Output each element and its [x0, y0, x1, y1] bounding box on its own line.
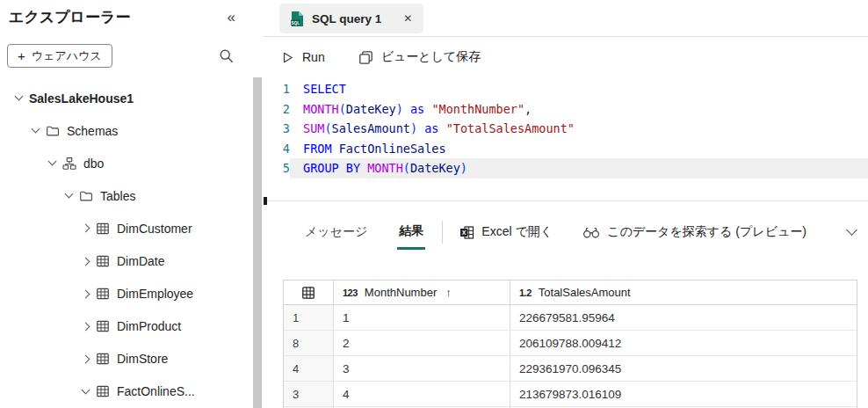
chevron-right-icon[interactable] — [82, 354, 90, 363]
column-header-totalsalesamount[interactable]: 1.2 TotalSalesAmount — [510, 280, 857, 304]
select-all-cells-button[interactable] — [284, 280, 334, 304]
grid-header-row: 123 MonthNumber ↑ 1.2 TotalSalesAmount — [284, 280, 857, 305]
cell-totalsalesamount: 229361970.096345 — [510, 356, 857, 381]
tree-item-dimcustomer[interactable]: DimCustomer — [0, 212, 251, 244]
code-line-3: 3 SUM(SalesAmount) as "TotalSalesAmount" — [264, 119, 868, 139]
play-icon — [281, 51, 294, 64]
toolbar-divider — [442, 221, 443, 244]
save-as-view-button[interactable]: ビューとして保存 — [358, 49, 481, 65]
results-grid: 123 MonthNumber ↑ 1.2 TotalSalesAmount 1… — [283, 280, 857, 408]
run-button[interactable]: Run — [281, 50, 325, 64]
cell-monthnumber: 2 — [334, 331, 510, 355]
binoculars-icon — [582, 225, 600, 239]
tree-item-dimdate[interactable]: DimDate — [0, 244, 251, 277]
row-index: 8 — [284, 331, 334, 355]
tab-title: SQL query 1 — [312, 12, 381, 26]
cell-monthnumber: 4 — [334, 382, 510, 406]
sidebar-scrollbar[interactable] — [252, 0, 263, 408]
grid-icon — [301, 286, 315, 300]
chevron-down-icon[interactable] — [82, 385, 90, 394]
explorer-actions: + ウェアハウス — [7, 44, 242, 68]
chevron-right-icon[interactable] — [82, 322, 90, 331]
tree-item-factonlinesales[interactable]: FactOnlineS... — [0, 375, 251, 408]
table-icon — [96, 222, 110, 236]
cell-totalsalesamount: 206109788.009412 — [510, 331, 857, 355]
tree-item-dbo[interactable]: dbo — [0, 147, 251, 179]
cell-totalsalesamount: 226679581.95964 — [510, 305, 857, 330]
line-number: 5 — [264, 158, 290, 178]
cell-monthnumber: 3 — [334, 356, 510, 381]
chevron-right-icon[interactable] — [82, 289, 90, 298]
table-icon — [96, 352, 110, 366]
schema-icon — [62, 157, 76, 171]
pane-splitter[interactable] — [264, 200, 868, 201]
main-pane: SQL SQL query 1 ✕ Run ビューとして保存 — [264, 0, 868, 408]
table-icon — [96, 254, 110, 268]
table-row: 1 1 226679581.95964 — [284, 305, 857, 331]
tree-item-dimstore[interactable]: DimStore — [0, 343, 251, 375]
table-icon — [96, 319, 110, 333]
chevron-down-icon[interactable] — [15, 92, 24, 101]
tab-sql-query-1[interactable]: SQL SQL query 1 ✕ — [279, 4, 423, 33]
row-index: 1 — [284, 305, 334, 330]
add-warehouse-label: ウェアハウス — [32, 48, 102, 64]
chevron-right-icon[interactable] — [82, 224, 90, 233]
add-warehouse-button[interactable]: + ウェアハウス — [7, 44, 112, 68]
integer-type-icon: 123 — [343, 288, 358, 298]
svg-text:X: X — [462, 230, 467, 236]
code-line-2: 2 MONTH(DateKey) as "MonthNumber", — [264, 99, 868, 120]
explore-data-label: このデータを探索する (プレビュー) — [607, 224, 807, 240]
open-in-excel-button[interactable]: X Excel で開く — [459, 215, 553, 250]
sql-file-icon: SQL — [291, 11, 304, 27]
tree-item-dimemployee[interactable]: DimEmployee — [0, 278, 251, 310]
cell-totalsalesamount: 213679873.016109 — [510, 382, 857, 406]
row-index: 4 — [284, 356, 334, 381]
expand-results-chevron-icon[interactable] — [846, 224, 857, 236]
tree-item-dimproduct[interactable]: DimProduct — [0, 310, 251, 343]
chevron-down-icon[interactable] — [32, 125, 40, 134]
chevron-down-icon[interactable] — [65, 190, 74, 199]
line-number: 4 — [264, 139, 290, 159]
excel-icon: X — [459, 225, 474, 240]
table-row: 3 4 213679873.016109 — [284, 382, 857, 407]
search-icon[interactable] — [219, 48, 234, 63]
folder-icon — [79, 189, 93, 203]
close-tab-icon[interactable]: ✕ — [403, 12, 412, 25]
tab-results[interactable]: 結果 — [397, 215, 425, 250]
open-in-excel-label: Excel で開く — [481, 224, 553, 240]
tree-item-saleslakehouse1[interactable]: SalesLakeHouse1 — [0, 82, 251, 114]
column-label: MonthNumber — [365, 286, 437, 299]
sql-editor[interactable]: 1 SELECT 2 MONTH(DateKey) as "MonthNumbe… — [264, 79, 868, 199]
scrollbar-thumb[interactable] — [253, 77, 262, 408]
table-icon — [96, 287, 110, 301]
line-number: 1 — [264, 79, 290, 99]
tab-messages[interactable]: メッセージ — [303, 215, 369, 250]
tree-item-tables[interactable]: Tables — [0, 179, 251, 212]
explorer-header: エクスプローラー « — [9, 7, 242, 27]
results-toolbar: メッセージ 結果 X Excel で開く このデータを探索する (プレビュー) — [264, 215, 868, 250]
sort-ascending-icon: ↑ — [445, 286, 452, 299]
code-line-4: 4 FROM FactOnlineSales — [264, 139, 868, 159]
code-line-5: 5 GROUP BY MONTH(DateKey) — [264, 158, 868, 178]
explorer-panel: エクスプローラー « + ウェアハウス SalesLakeHouse1 — [0, 0, 251, 408]
column-header-monthnumber[interactable]: 123 MonthNumber ↑ — [334, 280, 510, 304]
tree-item-schemas[interactable]: Schemas — [0, 114, 251, 147]
explorer-title: エクスプローラー — [9, 7, 130, 27]
chevron-down-icon[interactable] — [48, 157, 57, 166]
run-label: Run — [302, 50, 325, 64]
query-toolbar: Run ビューとして保存 — [264, 38, 481, 76]
app-window: エクスプローラー « + ウェアハウス SalesLakeHouse1 — [0, 0, 868, 408]
column-label: TotalSalesAmount — [539, 286, 631, 299]
decimal-type-icon: 1.2 — [519, 288, 532, 298]
save-as-view-label: ビューとして保存 — [381, 49, 481, 65]
cell-monthnumber: 1 — [334, 305, 510, 330]
row-index: 3 — [284, 382, 334, 406]
chevron-right-icon[interactable] — [82, 257, 90, 266]
folder-icon — [46, 124, 60, 138]
line-number: 2 — [264, 99, 290, 120]
collapse-panel-icon[interactable]: « — [228, 9, 242, 26]
splitter-grip[interactable] — [264, 197, 267, 205]
save-as-view-icon — [358, 50, 373, 65]
svg-text:SQL: SQL — [291, 20, 300, 25]
explore-data-button[interactable]: このデータを探索する (プレビュー) — [582, 215, 807, 250]
